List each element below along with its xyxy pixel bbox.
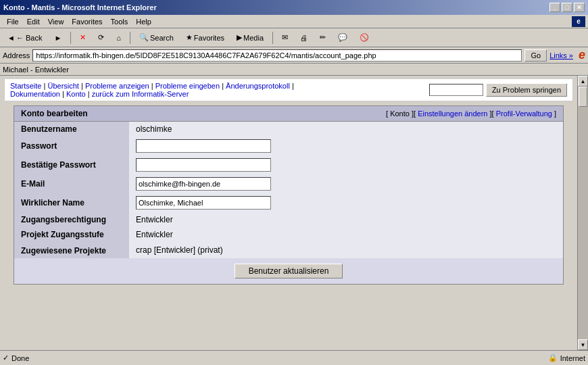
email-input[interactable]	[136, 177, 271, 191]
form-table: Benutzername olschimke Passwort	[14, 122, 563, 284]
print-icon: 🖨	[300, 34, 308, 42]
field-value-username: olschimke	[129, 122, 563, 137]
table-row: Bestätige Passwort	[14, 155, 563, 174]
form-header: Konto bearbeiten [ Konto ][ Einstellunge…	[14, 106, 563, 122]
refresh-button[interactable]: ⟳	[93, 30, 109, 45]
menu-view[interactable]: View	[44, 17, 68, 26]
search-button[interactable]: Zu Problem springen	[486, 83, 567, 97]
search-icon: 🔍	[139, 33, 149, 42]
table-row: Passwort	[14, 137, 563, 155]
menu-file[interactable]: File	[3, 17, 23, 26]
menu-help[interactable]: Help	[132, 17, 155, 26]
ie-logo: e	[572, 16, 585, 27]
realname-input[interactable]	[136, 196, 271, 210]
maximize-button[interactable]: □	[562, 3, 572, 12]
field-label-projects: Zugewiesene Projekte	[14, 242, 129, 258]
header-konto-label: Konto	[390, 110, 410, 118]
discuss-button[interactable]: 💬	[333, 30, 352, 45]
block-button[interactable]: 🚫	[355, 30, 374, 45]
header-profil-link[interactable]: Profil-Verwaltung	[496, 110, 552, 118]
field-value-access: Entwickler	[129, 212, 563, 227]
nav-probleme-eingeben[interactable]: Probleme eingeben	[155, 82, 220, 90]
nav-informatik-server[interactable]: zurück zum Informatik-Server	[92, 90, 189, 98]
status-icon: ✓	[3, 354, 9, 362]
field-label-access: Zugangsberechtigung	[14, 212, 129, 227]
search-input[interactable]	[429, 84, 483, 96]
print-button[interactable]: 🖨	[295, 30, 312, 45]
back-icon: ◄	[7, 34, 15, 42]
refresh-icon: ⟳	[98, 33, 104, 42]
nav-dokumentation[interactable]: Dokumentation	[10, 90, 60, 98]
status-right: 🔒 Internet	[548, 354, 585, 362]
forward-button[interactable]: ►	[49, 30, 66, 45]
go-button[interactable]: Go	[524, 49, 547, 62]
field-value-realname	[129, 193, 563, 212]
block-icon: 🚫	[360, 33, 369, 42]
form-header-links: [ Konto ][ Einstellungen ändern ][ Profi…	[386, 110, 556, 118]
discuss-icon: 💬	[338, 33, 347, 42]
menu-edit[interactable]: Edit	[23, 17, 44, 26]
forward-icon: ►	[54, 34, 62, 42]
scroll-up-button[interactable]: ▲	[578, 76, 588, 87]
table-row: Benutzername olschimke	[14, 122, 563, 137]
table-row: E-Mail	[14, 174, 563, 193]
menu-tools[interactable]: Tools	[107, 17, 132, 26]
field-value-email	[129, 174, 563, 193]
nav-konto[interactable]: Konto	[66, 90, 86, 98]
scroll-thumb[interactable]	[579, 87, 587, 107]
nav-links: Startseite | Übersicht | Probleme anzeig…	[10, 82, 294, 98]
scroll-track	[578, 87, 588, 339]
close-button[interactable]: ✕	[574, 3, 585, 12]
star-icon: ★	[186, 33, 193, 42]
home-button[interactable]: ⌂	[112, 30, 126, 45]
separator-1	[70, 32, 71, 44]
field-label-confirm-password: Bestätige Passwort	[14, 155, 129, 174]
form-title: Konto bearbeiten	[21, 109, 88, 118]
header-einstellungen-link[interactable]: Einstellungen ändern	[418, 110, 487, 118]
field-label-password: Passwort	[14, 137, 129, 155]
address-bar: Address Go Links » e	[0, 47, 588, 64]
nav-probleme-anzeigen[interactable]: Probleme anzeigen	[85, 82, 149, 90]
content-wrapper: Startseite | Übersicht | Probleme anzeig…	[0, 76, 588, 350]
nav-aenderungsprotokoll[interactable]: Änderungsprotokoll	[226, 82, 290, 90]
table-row: Projekt Zugangsstufe Entwickler	[14, 227, 563, 242]
menu-favorites[interactable]: Favorites	[68, 17, 106, 26]
stop-button[interactable]: ✕	[75, 30, 91, 45]
address-input[interactable]	[32, 49, 522, 62]
edit-button[interactable]: ✏	[315, 30, 330, 45]
media-button[interactable]: ▶ Media	[232, 30, 268, 45]
media-icon: ▶	[237, 33, 242, 42]
vertical-scrollbar[interactable]: ▲ ▼	[577, 76, 588, 350]
mail-button[interactable]: ✉	[277, 30, 293, 45]
minimize-button[interactable]: _	[549, 3, 560, 12]
nav-search: Zu Problem springen	[429, 83, 567, 97]
content-area: Startseite | Übersicht | Probleme anzeig…	[0, 76, 588, 350]
field-value-projects: crap [Entwickler] (privat)	[129, 242, 563, 258]
field-label-username: Benutzername	[14, 122, 129, 137]
window-title-bar: Konto - Mantis - Microsoft Internet Expl…	[0, 0, 588, 15]
field-label-email: E-Mail	[14, 174, 129, 193]
password-input[interactable]	[136, 139, 271, 153]
back-button[interactable]: ◄ ← Back	[3, 30, 47, 45]
scroll-down-button[interactable]: ▼	[578, 339, 588, 350]
submit-button[interactable]: Benutzer aktualisieren	[235, 264, 343, 278]
favorites-button[interactable]: ★ Favorites	[181, 30, 229, 45]
links-button[interactable]: Links »	[549, 51, 573, 59]
ie-logo-sm: e	[579, 48, 585, 62]
status-left: ✓ Done	[3, 354, 29, 362]
submit-row: Benutzer aktualisieren	[14, 258, 563, 284]
separator-2	[130, 32, 130, 44]
search-button[interactable]: 🔍 Search	[134, 30, 178, 45]
status-text: Done	[11, 354, 29, 362]
submit-cell: Benutzer aktualisieren	[14, 258, 563, 284]
window-controls[interactable]: _ □ ✕	[549, 3, 585, 12]
menu-bar: File Edit View Favorites Tools Help e	[0, 15, 588, 28]
mail-icon: ✉	[282, 33, 288, 42]
window-title: Konto - Mantis - Microsoft Internet Expl…	[3, 3, 157, 11]
security-icon: 🔒	[548, 354, 558, 362]
edit-icon: ✏	[320, 33, 326, 42]
confirm-password-input[interactable]	[136, 158, 271, 172]
nav-uebersicht[interactable]: Übersicht	[47, 82, 78, 90]
nav-startseite[interactable]: Startseite	[10, 82, 41, 90]
separator-3	[272, 32, 273, 44]
